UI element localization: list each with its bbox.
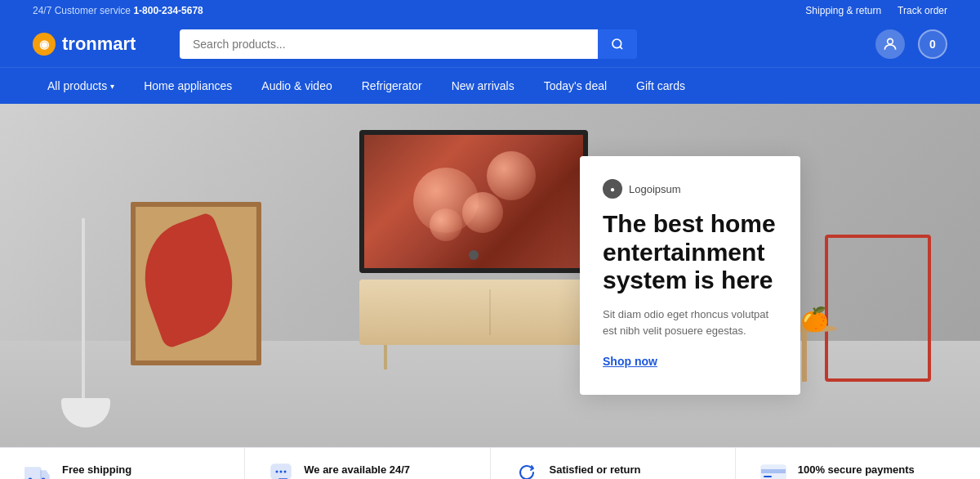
hero-card-logo: ● Logoipsum <box>603 179 777 199</box>
top-bar-links: Shipping & return Track order <box>805 5 947 16</box>
nav-all-products-label: All products <box>47 79 107 92</box>
top-bar-service: 24/7 Customer service 1-800-234-5678 <box>33 5 203 16</box>
main-nav: All products ▾ Home appliances Audio & v… <box>0 67 980 104</box>
feature-payments-text: 100% secure payments Visa, Mastercard, S… <box>798 463 927 480</box>
tv-screen <box>359 130 588 273</box>
nav-item-refrigerator[interactable]: Refrigerator <box>347 68 437 104</box>
logo-icon: ◉ <box>33 33 56 56</box>
lamp-base <box>82 218 85 398</box>
cart-count: 0 <box>929 38 936 51</box>
svg-rect-11 <box>761 469 786 473</box>
screen-bubble-2 <box>462 192 503 233</box>
search-input[interactable] <box>180 29 598 59</box>
nav-audio-video-label: Audio & video <box>261 79 332 92</box>
svg-line-1 <box>620 47 622 49</box>
nav-item-home-appliances[interactable]: Home appliances <box>129 68 247 104</box>
feature-free-shipping: Free shipping When you spend $80 or more <box>0 448 245 479</box>
nav-item-new-arrivals[interactable]: New arrivals <box>437 68 529 104</box>
nav-item-all-products[interactable]: All products ▾ <box>33 68 129 104</box>
search-bar <box>180 29 637 59</box>
chair-frame <box>825 235 931 382</box>
nav-refrigerator-label: Refrigerator <box>362 79 422 92</box>
logo[interactable]: ◉ tronmart <box>33 33 163 56</box>
chair-decoration <box>825 235 931 382</box>
svg-point-7 <box>276 471 278 473</box>
cart-button[interactable]: 0 <box>918 29 947 59</box>
header: ◉ tronmart 0 <box>0 21 980 67</box>
return-icon <box>515 461 538 479</box>
top-bar: 24/7 Customer service 1-800-234-5678 Shi… <box>0 0 980 21</box>
feature-return-text: Satisfied or return Easy 30-day return p… <box>550 463 651 480</box>
art-leaf <box>127 211 250 349</box>
nav-item-gift-cards[interactable]: Gift cards <box>621 68 700 104</box>
service-label: 24/7 Customer service <box>33 5 131 16</box>
header-actions: 0 <box>875 29 947 59</box>
feature-title-247: We are available 24/7 <box>304 463 427 476</box>
svg-rect-12 <box>764 476 772 477</box>
svg-rect-3 <box>24 468 41 479</box>
cabinet-leg-left <box>384 345 387 369</box>
shipping-return-link[interactable]: Shipping & return <box>805 5 881 16</box>
svg-point-8 <box>280 471 283 473</box>
feature-satisfied-return: Satisfied or return Easy 30-day return p… <box>491 448 736 479</box>
hero-card-description: Sit diam odio eget rhoncus volutpat est … <box>603 307 777 339</box>
feature-secure-payments: 100% secure payments Visa, Mastercard, S… <box>736 448 980 479</box>
screen-bubble-3 <box>430 208 462 241</box>
shop-now-button[interactable]: Shop now <box>603 355 657 368</box>
nav-home-appliances-label: Home appliances <box>144 79 232 92</box>
nav-gift-cards-label: Gift cards <box>636 79 685 92</box>
hero-section: 🍊 ● Logoipsum The best home entertainmen… <box>0 104 980 447</box>
hero-brand-logo-icon: ● <box>603 179 622 199</box>
feature-title-return: Satisfied or return <box>550 463 651 476</box>
chat-icon <box>270 461 292 479</box>
service-phone: 1-800-234-5678 <box>133 5 203 16</box>
search-icon <box>611 38 624 51</box>
card-icon <box>760 463 786 479</box>
logo-text: tronmart <box>62 34 136 55</box>
nav-new-arrivals-label: New arrivals <box>452 79 514 92</box>
hero-brand-name: Logoipsum <box>629 183 681 195</box>
hero-card: ● Logoipsum The best home entertainment … <box>580 156 800 395</box>
plant-decoration: 🍊 <box>800 306 829 333</box>
feature-247-text: We are available 24/7 Need help? contact… <box>304 463 427 480</box>
user-avatar-button[interactable] <box>875 29 905 59</box>
user-icon <box>882 36 898 52</box>
svg-point-2 <box>888 38 893 44</box>
svg-point-0 <box>612 39 621 48</box>
feature-bar: Free shipping When you spend $80 or more… <box>0 447 980 479</box>
chevron-down-icon: ▾ <box>110 82 114 91</box>
nav-todays-deal-label: Today's deal <box>544 79 607 92</box>
nav-item-todays-deal[interactable]: Today's deal <box>529 68 621 104</box>
nav-item-audio-video[interactable]: Audio & video <box>247 68 346 104</box>
svg-point-9 <box>284 471 287 473</box>
feature-free-shipping-text: Free shipping When you spend $80 or more <box>62 463 180 480</box>
hero-card-title: The best home entertainment system is he… <box>603 210 777 295</box>
track-order-link[interactable]: Track order <box>898 5 947 16</box>
art-frame-decoration <box>131 202 261 365</box>
table-leg <box>802 333 807 382</box>
feature-available-247: We are available 24/7 Need help? contact… <box>245 448 490 479</box>
feature-title-payments: 100% secure payments <box>798 463 927 476</box>
search-button[interactable] <box>598 29 637 59</box>
truck-icon <box>24 463 51 479</box>
screen-bubble-4 <box>487 151 536 200</box>
feature-title-shipping: Free shipping <box>62 463 180 476</box>
